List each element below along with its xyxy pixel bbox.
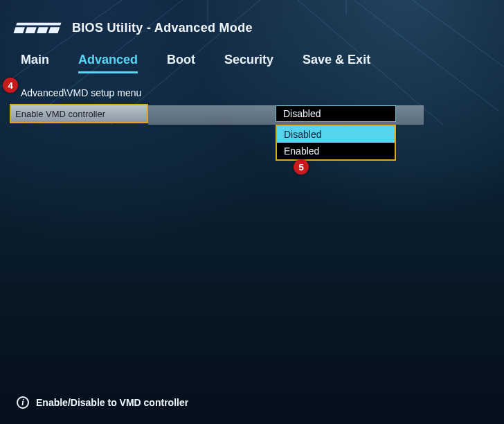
svg-rect-1 <box>13 27 24 33</box>
help-bar: i Enable/Disable to VMD controller <box>0 384 504 424</box>
help-text: Enable/Disable to VMD controller <box>36 397 188 408</box>
svg-rect-0 <box>16 23 61 26</box>
breadcrumb: Advanced\VMD setup menu <box>0 80 504 103</box>
annotation-step-5: 5 <box>294 159 309 175</box>
tab-save-exit[interactable]: Save & Exit <box>303 53 370 73</box>
tab-bar: Main Advanced Boot Security Save & Exit <box>0 42 504 78</box>
annotation-step-4: 4 <box>3 78 18 93</box>
svg-rect-3 <box>37 27 48 33</box>
setting-row-area: Enable VMD controller Disabled Disabled … <box>0 104 504 159</box>
app-title: BIOS Utility - Advanced Mode <box>72 21 253 35</box>
dropdown-vmd-options[interactable]: Disabled Enabled <box>276 125 396 161</box>
setting-enable-vmd-controller[interactable]: Enable VMD controller <box>10 104 148 123</box>
dropdown-option-enabled[interactable]: Enabled <box>277 143 395 159</box>
tab-advanced[interactable]: Advanced <box>78 53 138 73</box>
dropdown-option-disabled[interactable]: Disabled <box>277 126 395 143</box>
content-area: 4 Advanced\VMD setup menu Enable VMD con… <box>0 78 504 159</box>
svg-rect-2 <box>25 27 36 33</box>
svg-rect-4 <box>48 27 60 33</box>
tab-boot[interactable]: Boot <box>167 53 195 73</box>
tab-main[interactable]: Main <box>21 53 49 73</box>
info-icon: i <box>17 396 29 409</box>
tab-security[interactable]: Security <box>224 53 273 73</box>
header: BIOS Utility - Advanced Mode <box>0 0 504 42</box>
setting-current-value[interactable]: Disabled <box>276 105 396 122</box>
asus-logo <box>12 19 62 36</box>
